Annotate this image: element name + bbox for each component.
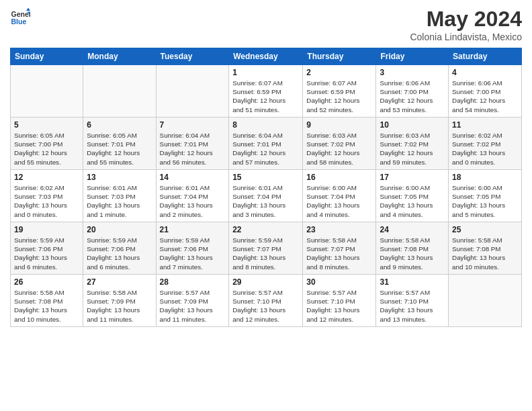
day-number: 26 <box>14 277 79 287</box>
day-info: Sunrise: 6:02 AM Sunset: 7:03 PM Dayligh… <box>14 183 79 219</box>
calendar: Sunday Monday Tuesday Wednesday Thursday… <box>10 48 522 327</box>
calendar-cell: 24Sunrise: 5:58 AM Sunset: 7:08 PM Dayli… <box>376 222 449 275</box>
day-info: Sunrise: 5:59 AM Sunset: 7:07 PM Dayligh… <box>232 236 299 271</box>
day-info: Sunrise: 6:01 AM Sunset: 7:03 PM Dayligh… <box>87 183 152 219</box>
day-info: Sunrise: 6:00 AM Sunset: 7:05 PM Dayligh… <box>452 183 518 219</box>
calendar-cell: 21Sunrise: 5:59 AM Sunset: 7:06 PM Dayli… <box>156 222 229 275</box>
calendar-week-2: 5Sunrise: 6:05 AM Sunset: 7:00 PM Daylig… <box>11 118 522 170</box>
title-block: May 2024 Colonia Lindavista, Mexico <box>410 7 522 42</box>
calendar-cell: 25Sunrise: 5:58 AM Sunset: 7:08 PM Dayli… <box>449 222 522 275</box>
calendar-cell: 2Sunrise: 6:07 AM Sunset: 6:59 PM Daylig… <box>303 65 376 118</box>
day-info: Sunrise: 6:05 AM Sunset: 7:00 PM Dayligh… <box>14 131 79 167</box>
day-number: 5 <box>14 120 79 130</box>
calendar-cell: 10Sunrise: 6:03 AM Sunset: 7:02 PM Dayli… <box>376 118 449 170</box>
calendar-cell: 9Sunrise: 6:03 AM Sunset: 7:02 PM Daylig… <box>303 118 376 170</box>
day-info: Sunrise: 5:58 AM Sunset: 7:08 PM Dayligh… <box>380 236 445 271</box>
day-number: 14 <box>160 173 226 182</box>
calendar-cell: 29Sunrise: 5:57 AM Sunset: 7:10 PM Dayli… <box>229 275 303 327</box>
day-info: Sunrise: 5:57 AM Sunset: 7:10 PM Dayligh… <box>380 288 445 324</box>
calendar-cell: 20Sunrise: 5:59 AM Sunset: 7:06 PM Dayli… <box>83 222 156 275</box>
day-number: 3 <box>380 68 445 77</box>
calendar-cell: 16Sunrise: 6:00 AM Sunset: 7:04 PM Dayli… <box>303 170 376 222</box>
calendar-cell: 13Sunrise: 6:01 AM Sunset: 7:03 PM Dayli… <box>83 170 156 222</box>
day-number: 20 <box>87 225 152 234</box>
day-number: 31 <box>380 277 445 287</box>
calendar-cell <box>83 65 156 118</box>
day-number: 12 <box>14 173 79 182</box>
header-monday: Monday <box>83 48 156 65</box>
day-info: Sunrise: 6:06 AM Sunset: 7:00 PM Dayligh… <box>380 79 445 114</box>
day-info: Sunrise: 5:58 AM Sunset: 7:08 PM Dayligh… <box>452 236 518 271</box>
calendar-cell: 8Sunrise: 6:04 AM Sunset: 7:01 PM Daylig… <box>229 118 303 170</box>
day-info: Sunrise: 6:07 AM Sunset: 6:59 PM Dayligh… <box>306 79 372 114</box>
calendar-cell: 11Sunrise: 6:02 AM Sunset: 7:02 PM Dayli… <box>449 118 522 170</box>
header-thursday: Thursday <box>303 48 376 65</box>
calendar-cell: 17Sunrise: 6:00 AM Sunset: 7:05 PM Dayli… <box>376 170 449 222</box>
day-info: Sunrise: 6:02 AM Sunset: 7:02 PM Dayligh… <box>452 131 518 167</box>
day-info: Sunrise: 6:00 AM Sunset: 7:04 PM Dayligh… <box>306 183 372 219</box>
calendar-cell: 31Sunrise: 5:57 AM Sunset: 7:10 PM Dayli… <box>376 275 449 327</box>
day-number: 29 <box>232 277 299 287</box>
calendar-cell: 14Sunrise: 6:01 AM Sunset: 7:04 PM Dayli… <box>156 170 229 222</box>
day-info: Sunrise: 5:57 AM Sunset: 7:10 PM Dayligh… <box>306 288 372 324</box>
day-info: Sunrise: 6:01 AM Sunset: 7:04 PM Dayligh… <box>160 183 226 219</box>
day-number: 7 <box>160 120 226 130</box>
main-title: May 2024 <box>410 7 522 32</box>
calendar-cell: 30Sunrise: 5:57 AM Sunset: 7:10 PM Dayli… <box>303 275 376 327</box>
day-info: Sunrise: 5:57 AM Sunset: 7:09 PM Dayligh… <box>160 288 226 324</box>
day-info: Sunrise: 5:57 AM Sunset: 7:10 PM Dayligh… <box>232 288 299 324</box>
calendar-cell: 6Sunrise: 6:05 AM Sunset: 7:01 PM Daylig… <box>83 118 156 170</box>
day-number: 25 <box>452 225 518 234</box>
header-tuesday: Tuesday <box>156 48 229 65</box>
day-number: 18 <box>452 173 518 182</box>
day-number: 4 <box>452 68 518 77</box>
day-info: Sunrise: 6:03 AM Sunset: 7:02 PM Dayligh… <box>306 131 372 167</box>
day-number: 16 <box>306 173 372 182</box>
day-info: Sunrise: 6:04 AM Sunset: 7:01 PM Dayligh… <box>160 131 226 167</box>
day-info: Sunrise: 6:01 AM Sunset: 7:04 PM Dayligh… <box>232 183 299 219</box>
day-number: 15 <box>232 173 299 182</box>
day-number: 9 <box>306 120 372 130</box>
day-number: 17 <box>380 173 445 182</box>
day-number: 6 <box>87 120 152 130</box>
day-info: Sunrise: 6:05 AM Sunset: 7:01 PM Dayligh… <box>87 131 152 167</box>
header-sunday: Sunday <box>11 48 83 65</box>
calendar-week-1: 1Sunrise: 6:07 AM Sunset: 6:59 PM Daylig… <box>11 65 522 118</box>
day-number: 13 <box>87 173 152 182</box>
header: General Blue May 2024 Colonia Lindavista… <box>10 7 522 42</box>
page: General Blue May 2024 Colonia Lindavista… <box>0 0 532 411</box>
header-saturday: Saturday <box>449 48 522 65</box>
day-number: 23 <box>306 225 372 234</box>
day-number: 24 <box>380 225 445 234</box>
calendar-cell <box>449 275 522 327</box>
svg-marker-2 <box>26 8 30 11</box>
day-info: Sunrise: 5:59 AM Sunset: 7:06 PM Dayligh… <box>87 236 152 271</box>
logo: General Blue <box>10 7 30 27</box>
calendar-cell: 15Sunrise: 6:01 AM Sunset: 7:04 PM Dayli… <box>229 170 303 222</box>
calendar-cell: 28Sunrise: 5:57 AM Sunset: 7:09 PM Dayli… <box>156 275 229 327</box>
day-info: Sunrise: 5:59 AM Sunset: 7:06 PM Dayligh… <box>14 236 79 271</box>
day-number: 1 <box>232 68 299 77</box>
day-info: Sunrise: 5:59 AM Sunset: 7:06 PM Dayligh… <box>160 236 226 271</box>
logo-icon: General Blue <box>10 7 30 27</box>
calendar-cell: 5Sunrise: 6:05 AM Sunset: 7:00 PM Daylig… <box>11 118 83 170</box>
day-info: Sunrise: 5:58 AM Sunset: 7:07 PM Dayligh… <box>306 236 372 271</box>
calendar-week-3: 12Sunrise: 6:02 AM Sunset: 7:03 PM Dayli… <box>11 170 522 222</box>
header-wednesday: Wednesday <box>229 48 303 65</box>
day-info: Sunrise: 6:07 AM Sunset: 6:59 PM Dayligh… <box>232 79 299 114</box>
calendar-cell: 22Sunrise: 5:59 AM Sunset: 7:07 PM Dayli… <box>229 222 303 275</box>
calendar-cell: 27Sunrise: 5:58 AM Sunset: 7:09 PM Dayli… <box>83 275 156 327</box>
calendar-week-5: 26Sunrise: 5:58 AM Sunset: 7:08 PM Dayli… <box>11 275 522 327</box>
day-number: 19 <box>14 225 79 234</box>
day-number: 22 <box>232 225 299 234</box>
day-number: 10 <box>380 120 445 130</box>
day-number: 2 <box>306 68 372 77</box>
day-info: Sunrise: 5:58 AM Sunset: 7:08 PM Dayligh… <box>14 288 79 324</box>
calendar-cell: 7Sunrise: 6:04 AM Sunset: 7:01 PM Daylig… <box>156 118 229 170</box>
calendar-cell: 4Sunrise: 6:06 AM Sunset: 7:00 PM Daylig… <box>449 65 522 118</box>
day-info: Sunrise: 6:03 AM Sunset: 7:02 PM Dayligh… <box>380 131 445 167</box>
day-number: 8 <box>232 120 299 130</box>
subtitle: Colonia Lindavista, Mexico <box>410 32 522 42</box>
svg-text:Blue: Blue <box>11 17 27 26</box>
calendar-cell: 26Sunrise: 5:58 AM Sunset: 7:08 PM Dayli… <box>11 275 83 327</box>
